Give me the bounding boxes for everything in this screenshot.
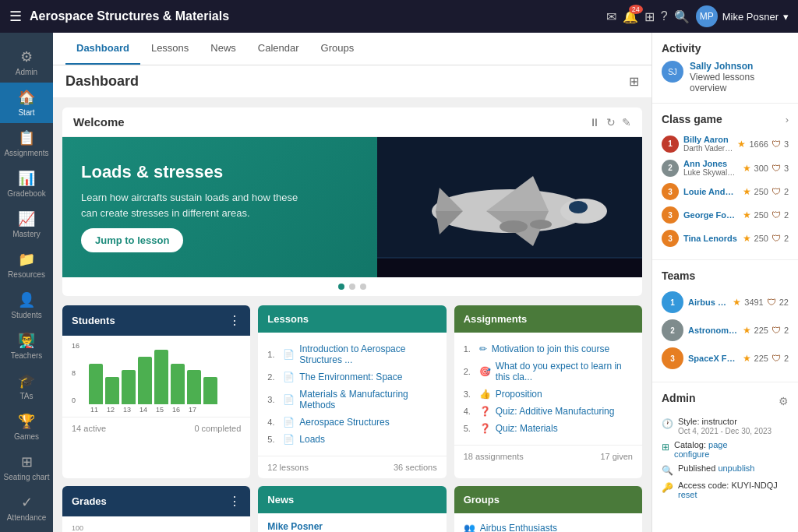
tab-news[interactable]: News [200, 33, 247, 65]
list-item[interactable]: 👥Airbus Enthusiasts [464, 520, 633, 532]
list-item[interactable]: 3.📄Materials & Manufacturing Methods [267, 386, 436, 414]
sidebar-item-games[interactable]: 🏆 Games [0, 407, 53, 447]
games-icon: 🏆 [18, 413, 35, 430]
list-item[interactable]: 5.❓Quiz: Materials [464, 420, 633, 437]
chart-x-label: 17 [185, 406, 200, 414]
admin-configure-link[interactable]: configure [674, 449, 709, 459]
gradebook-icon: 📊 [18, 170, 35, 187]
team-name[interactable]: SpaceX Fans [688, 354, 738, 363]
help-icon[interactable]: ? [661, 9, 668, 23]
lesson-list: 1.📄Introduction to Aerospace Structures … [267, 340, 436, 448]
game-player-name[interactable]: Ann Jones [683, 159, 738, 168]
team-name[interactable]: Astronomy Wat... [688, 326, 738, 335]
list-item[interactable]: 3.👍Proposition [464, 386, 633, 403]
svg-rect-12 [377, 258, 642, 277]
sidebar-label-attendance: Attendance [7, 513, 47, 522]
team-item: 2 Astronomy Wat... ★ 225 🛡 2 [662, 316, 789, 344]
dot-1[interactable] [338, 284, 344, 290]
player-shields: 3 [784, 139, 789, 149]
lessons-sections: 36 sections [394, 463, 437, 472]
sidebar-item-students[interactable]: 👤 Students [0, 285, 53, 326]
list-item[interactable]: 5.📄Loads [267, 431, 436, 448]
game-stats: ★ 250 🛡 2 [743, 210, 789, 220]
tab-dashboard[interactable]: Dashboard [65, 33, 140, 65]
sidebar-item-forums[interactable]: 💬 Forums [0, 528, 53, 532]
assignments-card: Assignments 1.✏Motivation to join this c… [454, 305, 642, 478]
tab-lessons[interactable]: Lessons [140, 33, 200, 65]
sidebar-item-mastery[interactable]: 📈 Mastery [0, 204, 53, 245]
user-menu[interactable]: MP Mike Posner ▾ [696, 5, 789, 27]
sidebar-item-admin[interactable]: ⚙ Admin [0, 42, 53, 83]
chart-bar [187, 370, 201, 404]
dot-3[interactable] [360, 284, 366, 290]
game-player-name[interactable]: Billy Aaron [683, 135, 733, 144]
lesson-num: 2. [267, 372, 278, 382]
edit-icon[interactable]: ✎ [622, 116, 631, 129]
activity-text: Sally Johnson Viewed lessons overview [690, 61, 789, 93]
assignments-card-footer: 18 assignments 17 given [454, 445, 642, 467]
lesson-text: Materials & Manufacturing Methods [299, 389, 436, 410]
teams-section: Teams 1 Airbus Enthusia... ★ 3491 🛡 22 2… [652, 260, 798, 382]
game-player-name[interactable]: George Foster [683, 210, 738, 220]
mail-icon[interactable]: ✉ [606, 9, 616, 24]
layout-grid-icon[interactable]: ⊞ [629, 74, 639, 89]
admin-header: Admin ⚙ [662, 392, 789, 410]
admin-item: 🔑Access code: KUYI-NDQJ reset [662, 481, 789, 499]
assign-text: Motivation to join this course [492, 344, 609, 354]
game-rank: 1 [662, 136, 679, 153]
sidebar-item-resources[interactable]: 📁 Resources [0, 245, 53, 285]
search-icon[interactable]: 🔍 [674, 9, 690, 24]
chevron-right-icon[interactable]: › [786, 114, 789, 125]
list-item[interactable]: 1.✏Motivation to join this course [464, 340, 633, 358]
admin-link[interactable]: unpublish [718, 463, 754, 473]
students-card: Students ⋮ 16 8 0 [62, 305, 250, 478]
admin-link[interactable]: reset [678, 490, 697, 499]
sidebar-item-gradebook[interactable]: 📊 Gradebook [0, 164, 53, 204]
groups-card-header: Groups [454, 486, 642, 513]
class-game-title: Class game [662, 113, 722, 125]
star-icon: ★ [737, 139, 746, 150]
jump-to-lesson-button[interactable]: Jump to lesson [81, 228, 183, 252]
pause-icon[interactable]: ⏸ [589, 116, 600, 129]
list-item[interactable]: 4.📄Aerospace Structures [267, 414, 436, 431]
groups-card: Groups 👥Airbus Enthusiasts👥Lockheed Mart… [454, 486, 642, 532]
group-name: Airbus Enthusiasts [480, 523, 557, 532]
chevron-down-icon: ▾ [783, 11, 789, 23]
list-item[interactable]: 2.🎯What do you expect to learn in this c… [464, 358, 633, 386]
page-title: Dashboard [65, 73, 139, 90]
team-name[interactable]: Airbus Enthusia... [688, 298, 728, 307]
tab-calendar[interactable]: Calendar [247, 33, 310, 65]
hamburger-menu[interactable]: ☰ [9, 8, 22, 25]
students-card-menu[interactable]: ⋮ [228, 313, 241, 328]
sidebar-item-seating[interactable]: ⊞ Seating chart [0, 447, 53, 488]
svg-point-10 [500, 220, 528, 233]
list-item[interactable]: 4.❓Quiz: Additive Manufacturing [464, 403, 633, 420]
sidebar-item-attendance[interactable]: ✓ Attendance [0, 488, 53, 528]
grid-icon[interactable]: ⊞ [644, 9, 655, 24]
bell-icon[interactable]: 🔔 24 [623, 9, 638, 24]
admin-link[interactable]: page [708, 440, 727, 449]
refresh-icon[interactable]: ↻ [606, 116, 616, 129]
game-player-name[interactable]: Louie Anderson [683, 187, 738, 196]
center-panel: Dashboard Lessons News Calendar Groups D… [53, 33, 651, 532]
grades-card-content: 100 [62, 516, 250, 532]
chart-x-label: 16 [169, 406, 183, 414]
sidebar-item-assignments[interactable]: 📋 Assignments [0, 123, 53, 164]
game-rank: 2 [662, 160, 679, 177]
dot-2[interactable] [349, 284, 355, 290]
game-player-sub: Darth Vader (Ad... [683, 144, 733, 153]
sidebar-item-teachers[interactable]: 👨‍🏫 Teachers [0, 326, 53, 366]
game-player-name[interactable]: Tina Lenords [683, 234, 738, 243]
sidebar-item-start[interactable]: 🏠 Start [0, 83, 53, 123]
list-item[interactable]: 1.📄Introduction to Aerospace Structures … [267, 340, 436, 368]
activity-user-link[interactable]: Sally Johnson [690, 61, 753, 72]
sidebar-label-tas: TAs [19, 392, 33, 400]
sidebar-item-tas[interactable]: 🎓 TAs [0, 366, 53, 407]
grades-card-menu[interactable]: ⋮ [228, 494, 241, 509]
admin-settings-icon[interactable]: ⚙ [779, 395, 789, 407]
mastery-icon: 📈 [18, 210, 35, 227]
assignments-card-title: Assignments [464, 313, 528, 325]
tab-groups[interactable]: Groups [310, 33, 365, 65]
list-item[interactable]: 2.📄The Environment: Space [267, 368, 436, 386]
banner-title: Loads & stresses [81, 162, 358, 182]
